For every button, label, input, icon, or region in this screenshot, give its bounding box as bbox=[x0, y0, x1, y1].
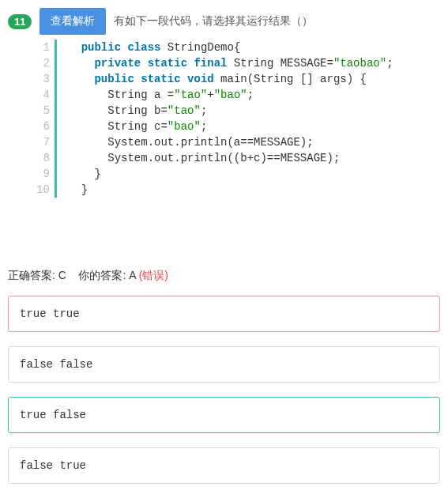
line-number: 7 bbox=[36, 134, 50, 150]
answer-line: 正确答案: C 你的答案: A (错误) bbox=[8, 269, 440, 283]
question-number-badge: 11 bbox=[8, 14, 32, 29]
line-number: 6 bbox=[36, 119, 50, 134]
code-line: String a ="tao"+"bao"; bbox=[68, 87, 393, 103]
option-text: true true bbox=[20, 307, 80, 320]
code-line: } bbox=[68, 182, 393, 198]
wrong-indicator: (错误) bbox=[139, 269, 168, 281]
options-container: true truefalse falsetrue falsefalse true bbox=[8, 296, 440, 484]
line-number-gutter: 12345678910 bbox=[36, 40, 55, 198]
option-text: true false bbox=[20, 409, 86, 421]
your-answer-label: 你的答案: A bbox=[78, 269, 135, 281]
correct-answer-label: 正确答案: C bbox=[8, 269, 66, 281]
code-line: System.out.println(a==MESSAGE); bbox=[68, 134, 393, 150]
code-line: String b="tao"; bbox=[68, 103, 393, 119]
option-a[interactable]: true true bbox=[8, 296, 440, 332]
option-text: false true bbox=[20, 459, 86, 472]
code-line: public static void main(String [] args) … bbox=[68, 71, 393, 87]
line-number: 5 bbox=[36, 103, 50, 119]
line-number: 3 bbox=[36, 71, 50, 87]
line-number: 1 bbox=[36, 40, 50, 55]
code-content: public class StringDemo{ private static … bbox=[55, 40, 393, 198]
code-line: } bbox=[68, 166, 393, 182]
code-line: public class StringDemo{ bbox=[68, 40, 393, 55]
option-text: false false bbox=[20, 358, 92, 371]
view-analysis-button[interactable]: 查看解析 bbox=[40, 8, 106, 35]
line-number: 8 bbox=[36, 150, 50, 166]
question-prompt: 有如下一段代码，请选择其运行结果（） bbox=[114, 14, 313, 28]
code-line: System.out.println((b+c)==MESSAGE); bbox=[68, 150, 393, 166]
line-number: 2 bbox=[36, 55, 50, 71]
option-d[interactable]: false true bbox=[8, 447, 440, 484]
line-number: 9 bbox=[36, 166, 50, 182]
question-header: 11 查看解析 有如下一段代码，请选择其运行结果（） bbox=[8, 8, 440, 35]
line-number: 10 bbox=[36, 182, 50, 198]
option-b[interactable]: false false bbox=[8, 346, 440, 383]
line-number: 4 bbox=[36, 87, 50, 103]
code-block: 12345678910 public class StringDemo{ pri… bbox=[36, 40, 440, 198]
option-c[interactable]: true false bbox=[8, 397, 440, 433]
code-line: private static final String MESSAGE="tao… bbox=[68, 55, 393, 71]
code-line: String c="bao"; bbox=[68, 119, 393, 134]
